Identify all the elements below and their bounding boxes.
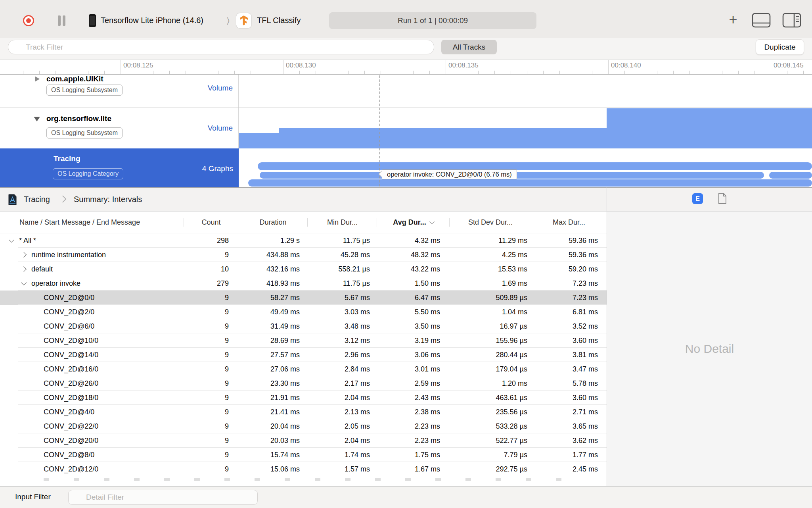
row-avg-cell: 3.06 ms xyxy=(377,351,450,359)
table-row[interactable]: runtime instrumentation9434.88 ms45.28 m… xyxy=(0,248,607,262)
duplicate-button[interactable]: Duplicate xyxy=(756,39,804,55)
row-name-cell: CONV_2D@4/0 xyxy=(0,408,184,416)
column-header-max[interactable]: Max Dur... xyxy=(531,212,607,233)
row-std-cell: 16.97 µs xyxy=(450,322,531,331)
track-filter-bar: All Tracks Duplicate xyxy=(0,38,812,60)
interval-bar[interactable] xyxy=(248,179,812,187)
column-header-duration[interactable]: Duration xyxy=(238,212,308,233)
table-row[interactable]: CONV_2D@4/0921.41 ms2.13 ms2.38 ms235.56… xyxy=(0,405,607,419)
ruler-minor-tick xyxy=(413,71,414,74)
track-row-tracing[interactable]: Tracing OS Logging Category 4 Graphs xyxy=(0,148,812,187)
table-row[interactable]: CONV_2D@20/0920.03 ms2.04 ms2.23 ms522.7… xyxy=(0,433,607,448)
chevron-right-icon[interactable] xyxy=(21,266,27,272)
ruler-minor-tick xyxy=(689,71,690,74)
row-max-cell: 6.81 ms xyxy=(531,308,607,316)
table-row[interactable]: CONV_2D@16/0927.06 ms2.84 ms3.01 ms179.0… xyxy=(0,362,607,376)
table-row[interactable]: CONV_2D@12/0915.06 ms1.57 ms1.67 ms292.7… xyxy=(0,462,607,476)
timeline-ruler[interactable]: 00:08.12500:08.13000:08.13500:08.14000:0… xyxy=(0,60,812,75)
split-bottom-icon[interactable] xyxy=(751,12,771,29)
ruler-minor-tick xyxy=(72,71,72,74)
row-count-cell: 9 xyxy=(184,379,238,388)
ruler-major-tick xyxy=(121,60,121,74)
ruler-minor-tick xyxy=(169,71,170,74)
table-row[interactable]: operator invoke279418.93 ms11.75 µs1.50 … xyxy=(0,276,607,291)
row-name: CONV_2D@2/0 xyxy=(44,308,94,316)
track-header-selected: Tracing OS Logging Category 4 Graphs xyxy=(0,148,239,187)
column-header-count[interactable]: Count xyxy=(184,212,238,233)
disclosure-right-icon[interactable] xyxy=(35,76,40,82)
table-row[interactable]: CONV_2D@6/0931.49 ms3.48 ms3.50 ms16.97 … xyxy=(0,319,607,333)
row-std-cell: 280.44 µs xyxy=(450,351,531,359)
track-filter-input[interactable] xyxy=(8,40,434,54)
row-std-cell: 179.04 µs xyxy=(450,365,531,373)
split-right-icon[interactable] xyxy=(782,12,802,29)
row-duration-cell: 49.49 ms xyxy=(238,308,308,316)
ruler-major-tick xyxy=(771,60,771,74)
table-row[interactable]: * All *2981.29 s11.75 µs4.32 ms11.29 ms5… xyxy=(0,233,607,248)
chevron-down-icon[interactable] xyxy=(9,237,14,242)
row-avg-cell: 2.23 ms xyxy=(377,437,450,445)
ruler-minor-tick xyxy=(218,71,218,74)
interval-bar[interactable] xyxy=(769,172,812,179)
row-avg-cell: 4.32 ms xyxy=(377,237,450,245)
track-row-uikit[interactable]: com.apple.UIKit OS Logging Subsystem Vol… xyxy=(0,75,812,108)
ruler-minor-tick xyxy=(137,71,137,74)
breadcrumb-instrument[interactable]: Tracing xyxy=(24,195,50,204)
track-row-tensorflow[interactable]: org.tensorflow.lite OS Logging Subsystem… xyxy=(0,108,812,148)
row-count-cell: 9 xyxy=(184,394,238,402)
row-max-cell: 59.20 ms xyxy=(531,265,607,273)
chevron-right-icon[interactable] xyxy=(21,252,27,258)
table-row[interactable]: default10432.16 ms558.21 µs43.22 ms15.53… xyxy=(0,262,607,276)
table-row[interactable]: CONV_2D@10/0928.69 ms3.12 ms3.19 ms155.9… xyxy=(0,333,607,348)
breadcrumb-view[interactable]: Summary: Intervals xyxy=(74,195,142,204)
table-row[interactable]: CONV_2D@0/0958.27 ms5.67 ms6.47 ms509.89… xyxy=(0,291,607,305)
row-max-cell: 5.78 ms xyxy=(531,379,607,388)
table-row[interactable]: CONV_2D@8/0915.74 ms1.74 ms1.75 ms7.79 µ… xyxy=(0,448,607,462)
document-icon[interactable] xyxy=(718,192,727,206)
row-max-cell: 3.47 ms xyxy=(531,365,607,373)
breadcrumb-separator: 〉 xyxy=(227,16,230,25)
row-name-cell: runtime instrumentation xyxy=(0,251,184,259)
row-min-cell: 2.04 ms xyxy=(308,437,377,445)
row-name: operator invoke xyxy=(31,279,80,288)
row-duration-cell: 434.88 ms xyxy=(238,251,308,259)
device-target[interactable]: Tensorflow Lite iPhone (14.6) xyxy=(101,16,203,25)
ruler-minor-tick xyxy=(576,71,576,74)
column-header-stddev[interactable]: Std Dev Dur... xyxy=(450,212,531,233)
record-icon[interactable] xyxy=(23,15,34,26)
track-header: com.apple.UIKit OS Logging Subsystem Vol… xyxy=(0,75,239,108)
ruler-minor-tick xyxy=(657,71,657,74)
table-row[interactable]: CONV_2D@22/0920.04 ms2.05 ms2.23 ms533.2… xyxy=(0,419,607,433)
row-min-cell: 558.21 µs xyxy=(308,265,377,273)
table-row[interactable]: CONV_2D@14/0927.57 ms2.96 ms3.06 ms280.4… xyxy=(0,348,607,362)
ruler-minor-tick xyxy=(722,71,722,74)
table-row[interactable]: CONV_2D@2/0949.49 ms3.03 ms5.50 ms1.04 m… xyxy=(0,305,607,319)
pause-icon[interactable] xyxy=(58,15,68,26)
app-target[interactable]: TFL Classify xyxy=(257,16,301,25)
row-duration-cell: 15.74 ms xyxy=(238,451,308,459)
ruler-major-tick xyxy=(283,60,283,74)
column-header-name[interactable]: Name / Start Message / End Message xyxy=(0,212,184,233)
disclosure-down-icon[interactable] xyxy=(34,117,40,121)
column-header-min[interactable]: Min Dur... xyxy=(308,212,377,233)
row-max-cell: 3.52 ms xyxy=(531,322,607,331)
track-meta-link[interactable]: Volume xyxy=(208,124,233,133)
detail-filter-input[interactable] xyxy=(68,490,258,505)
ruler-minor-tick xyxy=(478,71,479,74)
plus-icon[interactable]: + xyxy=(726,12,740,28)
row-avg-cell: 1.50 ms xyxy=(377,279,450,288)
all-tracks-button[interactable]: All Tracks xyxy=(441,40,497,54)
interval-bar[interactable] xyxy=(258,162,812,170)
table-row[interactable]: CONV_2D@26/0923.30 ms2.17 ms2.59 ms1.20 … xyxy=(0,376,607,391)
column-header-avg[interactable]: Avg Dur... xyxy=(377,212,450,233)
row-count-cell: 9 xyxy=(184,251,238,259)
ruler-minor-tick xyxy=(7,71,7,74)
row-avg-cell: 1.67 ms xyxy=(377,465,450,473)
table-row[interactable]: CONV_2D@18/0921.91 ms2.04 ms2.43 ms463.6… xyxy=(0,391,607,405)
pane-divider[interactable] xyxy=(607,187,607,486)
chevron-down-icon[interactable] xyxy=(21,280,27,285)
row-name-cell: * All * xyxy=(0,237,184,245)
extended-detail-badge[interactable]: E xyxy=(692,193,703,204)
track-meta-link[interactable]: Volume xyxy=(208,84,233,92)
ruler-tick-label: 00:08.145 xyxy=(774,62,804,69)
